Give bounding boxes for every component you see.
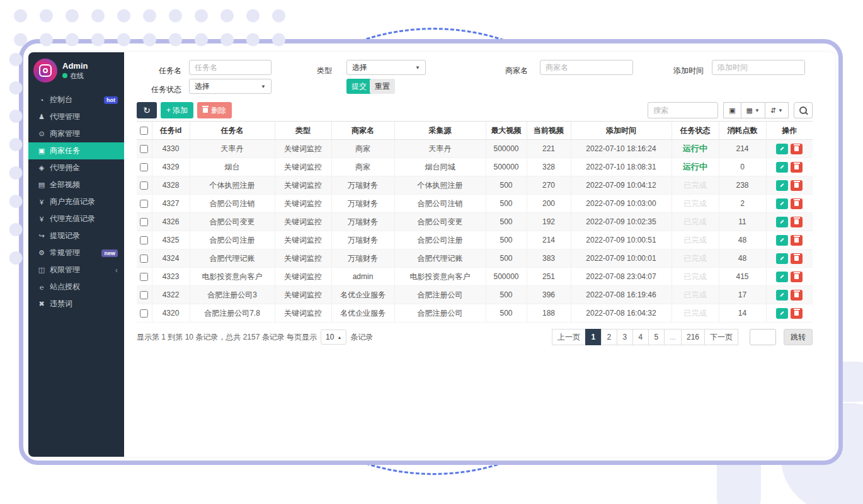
- page-button[interactable]: 下一页: [704, 329, 738, 345]
- edit-button[interactable]: [776, 162, 788, 173]
- edit-button[interactable]: [776, 144, 788, 154]
- caret-down-icon: ▼: [261, 84, 266, 89]
- cell-merchant: 商家: [331, 158, 394, 176]
- table-row: 4323电影投资意向客户关键词监控admin电影投资意向客户5000002512…: [137, 268, 813, 286]
- page-size-select[interactable]: 10 ▲: [321, 329, 346, 345]
- page-button[interactable]: 1: [585, 329, 602, 345]
- type-select[interactable]: 选择 ▼: [346, 60, 426, 75]
- row-check-cell: [137, 286, 152, 304]
- cell-type: 关键词监控: [275, 286, 331, 304]
- merchant-name-input[interactable]: [540, 60, 633, 75]
- delete-button[interactable]: [791, 198, 803, 209]
- submit-button[interactable]: 提交: [346, 79, 372, 94]
- caret-down-icon: ▼: [755, 108, 760, 113]
- edit-button[interactable]: [776, 217, 788, 227]
- export-button[interactable]: ⇵ ▼: [765, 102, 789, 118]
- delete-button[interactable]: [791, 235, 803, 246]
- refresh-button[interactable]: ↻: [137, 102, 157, 118]
- cell-id: 4329: [152, 158, 190, 176]
- delete-button[interactable]: [791, 308, 803, 319]
- sidebar-item[interactable]: ◫权限管理‹: [28, 261, 124, 278]
- delete-button[interactable]: [791, 144, 803, 154]
- sidebar-item[interactable]: ⚙常规管理new: [28, 244, 124, 261]
- page-button[interactable]: 2: [601, 329, 617, 345]
- edit-button[interactable]: [776, 235, 788, 246]
- edit-button[interactable]: [776, 180, 788, 191]
- sidebar-item-label: 站点授权: [50, 282, 80, 292]
- edit-button[interactable]: [776, 253, 788, 264]
- row-checkbox[interactable]: [140, 218, 148, 226]
- sidebar: Admin 在线 ◔控制台hot♟代理管理⊙商家管理▣商家任务◈代理佣金▤全部视…: [28, 52, 124, 457]
- select-all-checkbox[interactable]: [140, 127, 148, 135]
- page-jump-input[interactable]: [750, 329, 776, 345]
- edit-button[interactable]: [776, 290, 788, 301]
- row-checkbox[interactable]: [140, 181, 148, 190]
- delete-selected-button[interactable]: 删除: [197, 102, 232, 118]
- filter-form: 任务名 类型 选择 ▼ 商家名 添加时间 任务状态 选择 ▼ 提交 重置: [124, 60, 835, 94]
- delete-button[interactable]: [791, 180, 803, 191]
- sidebar-item[interactable]: ℮站点授权: [28, 278, 124, 295]
- edit-button[interactable]: [776, 272, 788, 282]
- sidebar-item[interactable]: ▣商家任务: [28, 142, 124, 159]
- add-button[interactable]: + 添加: [161, 102, 193, 118]
- page-button[interactable]: 216: [681, 329, 705, 345]
- sidebar-item[interactable]: ↪提现记录: [28, 227, 124, 244]
- cell-source: 合肥公司注销: [394, 195, 486, 213]
- row-checkbox[interactable]: [140, 236, 148, 244]
- sidebar-item[interactable]: ◔控制台hot: [28, 91, 124, 108]
- task-status-select[interactable]: 选择 ▼: [189, 79, 271, 94]
- status-text: 运行中: [683, 144, 707, 153]
- trash-icon: [794, 274, 799, 279]
- sidebar-item[interactable]: ⊙商家管理: [28, 125, 124, 142]
- page-button[interactable]: 3: [617, 329, 633, 345]
- row-checkbox[interactable]: [140, 309, 148, 318]
- search-input[interactable]: [648, 102, 718, 118]
- cell-status: 已完成: [672, 176, 719, 195]
- sidebar-item[interactable]: ¥商户充值记录: [28, 193, 124, 210]
- sidebar-item-label: 提现记录: [50, 231, 80, 241]
- row-check-cell: [137, 249, 152, 268]
- sidebar-item[interactable]: ▤全部视频: [28, 176, 124, 193]
- columns-button[interactable]: ▦ ▼: [741, 102, 765, 118]
- page-jump-button[interactable]: 跳转: [784, 329, 813, 345]
- page-button[interactable]: ...: [664, 329, 682, 345]
- plus-icon: +: [166, 106, 171, 115]
- sidebar-item[interactable]: ¥代理充值记录: [28, 210, 124, 227]
- cell-id: 4330: [152, 140, 190, 158]
- row-checkbox[interactable]: [140, 163, 148, 171]
- sidebar-item[interactable]: ♟代理管理: [28, 108, 124, 125]
- page-button[interactable]: 4: [632, 329, 649, 345]
- edit-button[interactable]: [776, 198, 788, 209]
- cell-status: 已完成: [672, 249, 719, 268]
- reset-button[interactable]: 重置: [370, 79, 395, 94]
- cell-name: 合肥公司注册: [190, 231, 275, 249]
- delete-button[interactable]: [791, 217, 803, 227]
- page-button[interactable]: 5: [648, 329, 665, 345]
- task-status-select-value: 选择: [195, 81, 210, 92]
- toggle-pagination-button[interactable]: ▣: [723, 102, 741, 118]
- row-checkbox[interactable]: [140, 291, 148, 299]
- row-checkbox[interactable]: [140, 145, 148, 153]
- cell-status: 已完成: [672, 213, 719, 231]
- add-time-input[interactable]: [712, 60, 805, 75]
- task-name-input[interactable]: [189, 60, 271, 75]
- cell-points: 238: [719, 176, 766, 195]
- delete-button[interactable]: [791, 272, 803, 282]
- cell-points: 214: [719, 140, 766, 158]
- search-button[interactable]: [794, 102, 813, 118]
- column-header: 消耗点数: [719, 122, 766, 140]
- delete-button[interactable]: [791, 162, 803, 173]
- commission-icon: ◈: [37, 164, 47, 172]
- row-checkbox[interactable]: [140, 255, 148, 263]
- sidebar-item[interactable]: ◈代理佣金: [28, 159, 124, 176]
- delete-button[interactable]: [791, 253, 803, 264]
- row-checkbox[interactable]: [140, 273, 148, 281]
- permission-icon: ◫: [37, 266, 47, 274]
- delete-button[interactable]: [791, 290, 803, 301]
- edit-button[interactable]: [776, 308, 788, 319]
- row-checkbox[interactable]: [140, 200, 148, 208]
- sidebar-item[interactable]: ✖违禁词: [28, 295, 124, 312]
- page-button[interactable]: 上一页: [552, 329, 586, 345]
- cell-max: 500: [486, 195, 527, 213]
- cell-current: 251: [527, 268, 571, 286]
